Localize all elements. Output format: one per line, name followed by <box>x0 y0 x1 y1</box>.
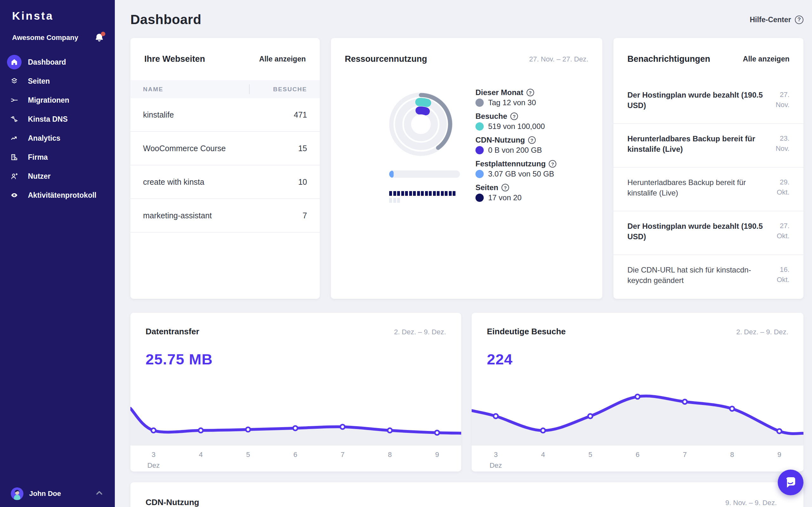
list-item[interactable]: Herunterladbares Backup bereit für kinst… <box>613 168 803 211</box>
data-point[interactable] <box>435 430 439 435</box>
legend-dot <box>475 99 484 107</box>
help-circle-icon[interactable]: ? <box>528 136 536 144</box>
chevron-up-icon <box>95 488 104 499</box>
sidebar-item-seiten[interactable]: Seiten <box>0 72 115 91</box>
unique-visits-line-chart <box>472 392 803 446</box>
table-row[interactable]: create with kinsta 10 <box>131 165 320 199</box>
notifications-bell-icon[interactable] <box>94 32 105 43</box>
websites-show-all-link[interactable]: Alle anzeigen <box>259 55 306 63</box>
list-item[interactable]: Die CDN-URL hat sich für kinstacdn-keycd… <box>613 255 803 299</box>
help-center-link[interactable]: Hilfe-Center ? <box>750 15 803 24</box>
sidebar-item-aktivitaetenprotokoll[interactable]: Aktivitätenprotokoll <box>0 186 115 205</box>
data-point[interactable] <box>682 400 687 404</box>
notification-date: 23.Nov. <box>764 124 790 167</box>
page-segment <box>449 191 452 196</box>
data-point[interactable] <box>388 428 392 433</box>
page-segment <box>433 191 436 196</box>
data-point[interactable] <box>199 428 203 433</box>
pages-segments-bar <box>389 191 458 203</box>
page-segment <box>441 191 444 196</box>
building-icon <box>7 150 21 164</box>
data-transfer-line-chart <box>131 392 461 446</box>
x-axis-tick: 4 <box>541 451 545 459</box>
x-axis-month-label: Dez <box>147 461 159 469</box>
site-visits: 15 <box>298 144 307 153</box>
chat-widget-button[interactable] <box>778 469 803 495</box>
data-point[interactable] <box>151 428 156 433</box>
list-item[interactable]: Der Hostingplan wurde bezahlt (190.5 USD… <box>613 80 803 124</box>
layers-icon <box>7 74 21 89</box>
help-circle-icon[interactable]: ? <box>549 160 556 168</box>
page-title: Dashboard <box>131 12 201 27</box>
table-row[interactable]: kinstalife 471 <box>131 98 320 132</box>
x-axis-month-label: Dez <box>490 461 502 469</box>
site-name: marketing-assistant <box>143 211 212 220</box>
help-circle-icon[interactable]: ? <box>526 89 534 96</box>
company-name: Awesome Company <box>12 34 78 42</box>
column-divider <box>249 84 250 94</box>
help-circle-icon[interactable]: ? <box>502 184 509 191</box>
legend-item: CDN-Nutzung? 0 B von 200 GB <box>475 135 556 153</box>
page-segment <box>397 191 400 196</box>
page-segment <box>405 191 408 196</box>
legend-item: Seiten? 17 von 20 <box>475 183 556 201</box>
x-axis-tick: 5 <box>589 451 592 459</box>
resources-legend: Dieser Monat? Tag 12 von 30 Besuche? 519… <box>475 88 556 207</box>
data-point[interactable] <box>293 426 298 430</box>
data-point[interactable] <box>246 428 250 432</box>
x-axis-tick: 4 <box>199 451 203 459</box>
unique-visits-card: Eindeutige Besuche 2. Dez. – 9. Dez. 224… <box>472 313 803 471</box>
data-point[interactable] <box>635 395 640 399</box>
list-item[interactable]: Der Hostingplan wurde bezahlt (190.5 USD… <box>613 211 803 255</box>
site-name: create with kinsta <box>143 177 204 187</box>
data-point[interactable] <box>588 414 593 418</box>
x-axis-tick: 9 <box>435 451 439 459</box>
page-segment <box>393 191 396 196</box>
x-axis-tick: 8 <box>730 451 734 459</box>
page-segment <box>409 191 412 196</box>
list-item[interactable]: Herunterladbares Backup bereit für kinst… <box>613 124 803 168</box>
x-axis-tick: 6 <box>636 451 640 459</box>
data-point[interactable] <box>494 414 498 418</box>
user-menu[interactable]: John Doe <box>0 487 115 500</box>
sidebar-item-firma[interactable]: Firma <box>0 148 115 167</box>
x-axis-tick: 9 <box>777 451 781 459</box>
chat-bubble-icon <box>783 475 798 490</box>
x-axis-tick: 3 <box>494 451 498 459</box>
sidebar-item-nutzer[interactable]: Nutzer <box>0 167 115 186</box>
data-transfer-x-axis: 3Dez456789 <box>131 445 461 471</box>
unique-visits-total: 224 <box>487 350 803 368</box>
legend-dot <box>475 122 484 130</box>
resources-card: Ressourcennutzung 27. Nov. – 27. Dez. Di… <box>331 38 602 299</box>
table-row[interactable]: WooCommerce Course 15 <box>131 132 320 165</box>
x-axis-tick: 6 <box>293 451 297 459</box>
resources-card-title: Ressourcennutzung <box>345 54 427 64</box>
websites-card-title: Ihre Webseiten <box>144 54 205 64</box>
websites-card: Ihre Webseiten Alle anzeigen NAME BESUCH… <box>131 38 320 299</box>
home-icon <box>7 55 21 69</box>
sidebar-item-dashboard[interactable]: Dashboard <box>0 53 115 72</box>
notifications-show-all-link[interactable]: Alle anzeigen <box>743 55 790 63</box>
cdn-usage-period: 9. Nov. – 9. Dez. <box>725 499 777 507</box>
data-point[interactable] <box>777 429 781 434</box>
sidebar-nav: Dashboard Seiten Migrationen Kinsta DNS … <box>0 53 115 205</box>
table-row[interactable]: marketing-assistant 7 <box>131 199 320 233</box>
data-transfer-card: Datentransfer 2. Dez. – 9. Dez. 25.75 MB… <box>131 313 461 471</box>
page-segment <box>417 191 420 196</box>
unique-visits-period: 2. Dez. – 9. Dez. <box>736 328 788 336</box>
websites-table-header: NAME BESUCHE <box>131 80 320 98</box>
page-segment <box>389 191 392 196</box>
help-circle-icon[interactable]: ? <box>510 112 518 120</box>
data-point[interactable] <box>340 425 345 429</box>
data-transfer-title: Datentransfer <box>146 327 199 337</box>
data-point[interactable] <box>541 429 545 433</box>
cdn-usage-card: CDN-Nutzung 9. Nov. – 9. Dez. <box>131 482 803 507</box>
legend-item: Festplattennutzung? 3.07 GB von 50 GB <box>475 159 556 177</box>
sidebar-item-kinsta-dns[interactable]: Kinsta DNS <box>0 110 115 129</box>
column-name: NAME <box>143 86 163 93</box>
sidebar-item-analytics[interactable]: Analytics <box>0 129 115 148</box>
sidebar-item-migrationen[interactable]: Migrationen <box>0 91 115 110</box>
page-segment <box>413 191 416 196</box>
x-axis-tick: 3 <box>152 451 155 459</box>
data-point[interactable] <box>730 406 734 411</box>
